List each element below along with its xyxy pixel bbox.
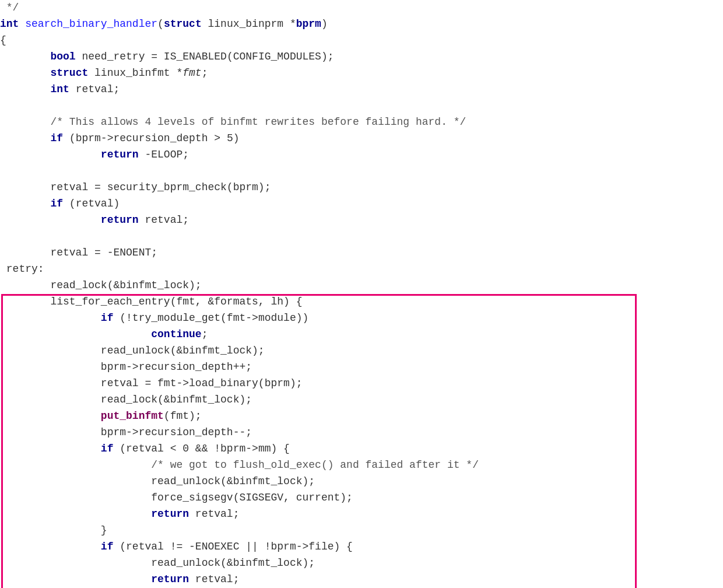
code-line: /* we got to flush_old_exec() and failed…	[0, 457, 723, 474]
code-line: put_binfmt(fmt);	[0, 408, 723, 425]
code-line: retry:	[0, 261, 723, 278]
code-line: struct linux_binfmt *fmt;	[0, 65, 723, 82]
code-line: continue;	[0, 327, 723, 343]
code-line: if (retval)	[0, 196, 723, 212]
code-line: if (retval != -ENOEXEC || !bprm->file) {	[0, 539, 723, 555]
code-line: read_unlock(&binfmt_lock);	[0, 474, 723, 490]
code-line: read_lock(&binfmt_lock);	[0, 392, 723, 408]
code-line	[0, 163, 723, 180]
code-line: force_sigsegv(SIGSEGV, current);	[0, 490, 723, 506]
code-lines: */int search_binary_handler(struct linux…	[0, 0, 723, 588]
code-line: if (bprm->recursion_depth > 5)	[0, 131, 723, 147]
code-line: return -ELOOP;	[0, 147, 723, 163]
code-line: retval = fmt->load_binary(bprm);	[0, 376, 723, 392]
code-line	[0, 98, 723, 114]
code-line: if (!try_module_get(fmt->module))	[0, 310, 723, 327]
code-line: /* This allows 4 levels of binfmt rewrit…	[0, 114, 723, 131]
code-line: int search_binary_handler(struct linux_b…	[0, 16, 723, 33]
code-container: */int search_binary_handler(struct linux…	[0, 0, 723, 588]
code-line: bprm->recursion_depth++;	[0, 359, 723, 376]
code-line: if (retval < 0 && !bprm->mm) {	[0, 441, 723, 457]
code-line	[0, 229, 723, 245]
code-line: retval = security_bprm_check(bprm);	[0, 180, 723, 196]
code-line: return retval;	[0, 572, 723, 588]
code-line: bool need_retry = IS_ENABLED(CONFIG_MODU…	[0, 49, 723, 65]
code-line: bprm->recursion_depth--;	[0, 425, 723, 441]
code-line: read_lock(&binfmt_lock);	[0, 278, 723, 294]
code-line: return retval;	[0, 506, 723, 523]
code-line: int retval;	[0, 82, 723, 98]
code-line: }	[0, 523, 723, 539]
code-line: {	[0, 33, 723, 49]
code-line: retval = -ENOENT;	[0, 245, 723, 261]
code-line: read_unlock(&binfmt_lock);	[0, 555, 723, 572]
code-line: */	[0, 0, 723, 16]
code-line: return retval;	[0, 212, 723, 229]
code-line: list_for_each_entry(fmt, &formats, lh) {	[0, 294, 723, 310]
code-line: read_unlock(&binfmt_lock);	[0, 343, 723, 359]
